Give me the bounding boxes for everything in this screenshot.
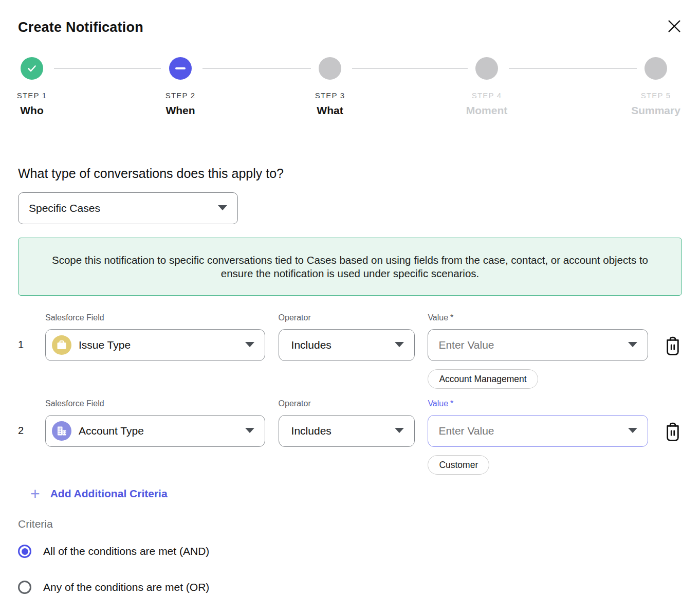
trash-icon [664,422,682,442]
step-circle-when[interactable] [169,57,192,80]
value-column: Value* Enter Value Account Management [428,313,648,389]
buildings-icon [52,421,71,441]
required-marker: * [450,313,453,322]
value-select[interactable]: Enter Value [428,329,648,361]
scope-info-banner: Scope this notification to specific conv… [18,238,682,296]
row-index: 2 [18,399,45,437]
add-additional-criteria[interactable]: + Add Additional Criteria [18,486,682,501]
operator-select[interactable]: Includes [279,329,415,361]
operator-label: Operator [279,399,415,408]
salesforce-field-select[interactable]: Account Type [45,415,265,447]
radio-unselected-icon[interactable] [18,581,31,594]
value-chip[interactable]: Customer [428,455,489,475]
salesforce-field-column: Salesforce Field Issue Type [45,313,265,361]
page-title: Create Notification [18,20,143,35]
wizard-stepper: STEP 1 Who STEP 2 When STEP 3 What STEP … [18,57,682,138]
create-notification-modal: Create Notification STEP 1 W [0,0,700,613]
plus-icon: + [30,486,40,501]
value-chip[interactable]: Account Management [428,369,538,389]
operator-label: Operator [279,313,415,322]
operator-column: Operator Includes [279,313,415,361]
modal-header: Create Notification [18,0,682,35]
operator-select[interactable]: Includes [279,415,415,447]
conversation-type-select[interactable]: Specific Cases [18,192,238,224]
criteria-section-label: Criteria [18,518,682,530]
delete-row-button[interactable] [664,399,682,444]
stepper-connector [352,68,468,69]
step-label-summary: STEP 5 Summary [599,91,700,117]
dash-icon [175,67,186,70]
criteria-row: 1 Salesforce Field Issue Type [18,313,682,389]
chevron-down-icon [395,340,404,350]
step-label-when: STEP 2 When [124,91,237,117]
value-placeholder: Enter Value [428,339,494,351]
step-label-who: STEP 1 Who [0,91,88,117]
radio-selected-icon[interactable] [18,545,31,558]
trash-icon [664,336,682,356]
briefcase-icon [52,335,71,355]
radio-label: Any of the conditions are met (OR) [43,581,209,593]
stepper-connector [54,68,161,69]
step-label-moment: STEP 4 Moment [430,91,543,117]
chevron-down-icon [628,340,637,350]
close-icon[interactable] [666,17,683,35]
chevron-down-icon [245,340,254,350]
value-label: Value* [428,313,648,322]
check-icon [26,62,38,75]
chevron-down-icon [395,426,404,436]
chevron-down-icon [218,204,227,213]
value-placeholder: Enter Value [428,425,494,437]
question-label: What type of conversations does this app… [18,166,682,181]
delete-row-button[interactable] [664,313,682,358]
operator-column: Operator Includes [279,399,415,447]
step-circle-summary[interactable] [644,57,667,80]
step-circle-who[interactable] [21,57,43,80]
value-select[interactable]: Enter Value [428,415,648,447]
stepper-connector [509,68,637,69]
chevron-down-icon [628,426,637,436]
required-marker: * [450,399,453,408]
criteria-option-or[interactable]: Any of the conditions are met (OR) [18,581,682,594]
step-circle-what[interactable] [319,57,341,80]
salesforce-field-select[interactable]: Issue Type [45,329,265,361]
operator-value: Includes [279,339,331,351]
selected-option: Specific Cases [29,202,100,214]
step-label-what: STEP 3 What [273,91,386,117]
row-index: 1 [18,313,45,351]
stepper-connector [202,68,311,69]
value-label: Value* [428,399,648,408]
chevron-down-icon [245,426,254,436]
radio-label: All of the conditions are met (AND) [43,545,209,557]
scope-info-text: Scope this notification to specific conv… [45,254,655,280]
salesforce-field-label: Salesforce Field [45,313,265,322]
value-column: Value* Enter Value Customer [428,399,648,475]
salesforce-field-value: Account Type [79,425,144,437]
salesforce-field-label: Salesforce Field [45,399,265,408]
operator-value: Includes [279,425,331,437]
criteria-option-and[interactable]: All of the conditions are met (AND) [18,545,682,558]
criteria-row: 2 Salesforce Field [18,399,682,475]
salesforce-field-column: Salesforce Field [45,399,265,447]
salesforce-field-value: Issue Type [79,339,131,351]
step-circle-moment[interactable] [475,57,498,80]
add-additional-criteria-label: Add Additional Criteria [50,488,168,500]
criteria-list: 1 Salesforce Field Issue Type [18,313,682,475]
